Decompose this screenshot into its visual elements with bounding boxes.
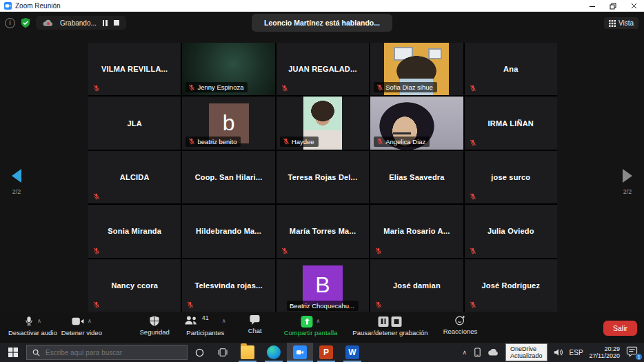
video-options-chevron[interactable]: ∧ [88, 315, 92, 328]
taskbar-edge[interactable] [261, 343, 287, 362]
participant-tile[interactable]: JUAN REGALAD... [276, 43, 369, 95]
participant-tile[interactable]: IRMA LIÑAN [465, 97, 557, 149]
video-camera-icon [72, 317, 84, 325]
speaker-icon[interactable] [554, 348, 563, 356]
participant-tile[interactable]: BBeatriz Choquecahu... [276, 259, 369, 312]
muted-mic-icon [93, 85, 100, 92]
mute-audio-button[interactable]: ∧ Desactivar audio [8, 315, 57, 336]
participant-tile[interactable]: ALCIDA [88, 151, 181, 203]
participant-tile[interactable]: José damian [370, 259, 463, 312]
participant-tile[interactable]: Ana [465, 43, 557, 95]
next-page-control[interactable]: 2/2 [614, 169, 641, 195]
participant-grid: VILMA REVILLA...Jenny EspinozaJUAN REGAL… [88, 43, 557, 312]
tray-expand-chevron[interactable]: ∧ [462, 349, 467, 356]
close-button[interactable] [623, 0, 644, 12]
muted-mic-indicator [470, 193, 476, 200]
muted-mic-icon [376, 84, 383, 91]
stop-recording-icon[interactable] [114, 20, 119, 26]
clock-date: 27/11/2020 [590, 352, 620, 359]
participants-chevron[interactable]: ∧ [222, 315, 226, 328]
search-input[interactable] [46, 349, 170, 356]
participant-name: Teresa Rojas Del... [276, 151, 369, 203]
participant-tile[interactable]: bbeatriz benito [182, 97, 274, 149]
participant-tile[interactable]: Sofia Diaz sihue [370, 43, 463, 95]
grid-view-icon [609, 20, 616, 27]
muted-mic-indicator [93, 85, 100, 92]
start-button[interactable] [0, 343, 26, 362]
taskbar-clock[interactable]: 20:29 27/11/2020 [590, 345, 620, 359]
share-screen-button[interactable]: ∧ Compartir pantalla [284, 315, 338, 336]
participant-tile[interactable]: Haydee [276, 97, 369, 149]
pause-recording-icon[interactable] [103, 20, 108, 26]
zoom-app-icon [293, 345, 307, 359]
action-center-button[interactable]: 1 [626, 346, 640, 359]
minimize-button[interactable] [582, 0, 603, 12]
meeting-top-controls: i Grabando... [5, 16, 126, 30]
participant-tile[interactable]: JLA [88, 97, 181, 149]
participant-tile[interactable]: Jenny Espinoza [182, 43, 274, 95]
muted-mic-icon [376, 138, 383, 145]
audio-options-chevron[interactable]: ∧ [37, 315, 41, 328]
taskbar-powerpoint[interactable]: P [313, 343, 339, 362]
participant-tile[interactable]: Telesvinda rojas... [182, 259, 274, 312]
security-shield-icon [150, 315, 160, 327]
restore-button[interactable] [603, 0, 623, 12]
task-view-icon [218, 348, 228, 356]
muted-mic-indicator [375, 248, 382, 254]
participant-tile[interactable]: María Torres Ma... [276, 205, 369, 257]
chat-bubble-icon [250, 315, 261, 325]
participant-tile[interactable]: Sonia Miranda [88, 205, 181, 257]
previous-page-arrow-icon[interactable] [12, 169, 21, 183]
mute-audio-label: Desactivar audio [8, 329, 57, 336]
participant-tile[interactable]: José Rodríguez [465, 259, 557, 312]
meeting-info-icon[interactable]: i [5, 18, 15, 28]
recording-controls-label: Pausar/detener grabación [352, 329, 427, 336]
onedrive-cloud-icon[interactable] [488, 349, 499, 356]
muted-mic-icon [470, 139, 476, 146]
view-button[interactable]: Vista [604, 17, 638, 29]
powerpoint-icon: P [319, 345, 333, 359]
muted-mic-indicator [470, 85, 476, 92]
muted-mic-icon [187, 301, 194, 308]
stop-video-label: Detener video [61, 329, 102, 336]
participant-name: JUAN REGALAD... [276, 43, 369, 95]
recording-label: Grabando... [60, 19, 97, 27]
leave-meeting-button[interactable]: Salir [603, 321, 637, 336]
muted-mic-icon [93, 193, 100, 200]
participant-tile[interactable]: Hildebrando Ma... [182, 205, 274, 257]
participant-tile[interactable]: Angelica Diaz [370, 97, 463, 149]
participant-tile[interactable]: jose surco [465, 151, 557, 203]
participant-tile[interactable]: VILMA REVILLA... [88, 43, 181, 95]
participant-tile[interactable]: Coop. San Hilari... [182, 151, 274, 203]
participant-tile[interactable]: Teresa Rojas Del... [276, 151, 369, 203]
participant-name-label: Haydee [280, 137, 319, 147]
recording-indicator: Grabando... [36, 16, 126, 30]
next-page-arrow-icon[interactable] [623, 169, 632, 183]
taskbar-word[interactable]: W [339, 343, 365, 362]
participant-name: ALCIDA [88, 151, 181, 203]
security-button[interactable]: Seguridad [140, 315, 170, 336]
recording-controls[interactable]: Pausar/detener grabación [352, 315, 427, 336]
your-phone-icon[interactable] [473, 348, 482, 357]
task-view-button[interactable] [211, 343, 234, 362]
chat-button[interactable]: Chat [241, 315, 269, 334]
encryption-shield-icon[interactable] [20, 17, 31, 28]
taskbar-search[interactable] [26, 345, 188, 360]
stop-recording-button[interactable] [392, 316, 402, 327]
language-indicator[interactable]: ESP [570, 349, 583, 356]
share-options-chevron[interactable]: ∧ [316, 315, 321, 328]
stop-video-button[interactable]: ∧ Detener video [61, 315, 102, 336]
taskbar-file-explorer[interactable] [234, 343, 261, 362]
cortana-button[interactable] [188, 343, 211, 362]
participant-tile[interactable]: Elias Saavedra [370, 151, 463, 203]
cortana-icon [195, 348, 204, 357]
participant-tile[interactable]: Nancy ccora [88, 259, 181, 312]
reactions-button[interactable]: Reacciones [443, 315, 478, 335]
muted-mic-indicator [375, 301, 382, 308]
participants-button[interactable]: 41 ∧ Participantes [185, 315, 226, 336]
taskbar-zoom[interactable] [287, 343, 313, 362]
previous-page-control[interactable]: 2/2 [3, 169, 30, 195]
pause-recording-button[interactable] [379, 316, 389, 327]
participant-tile[interactable]: Maria Rosario A... [370, 205, 463, 257]
participant-tile[interactable]: Julia Oviedo [465, 205, 557, 257]
